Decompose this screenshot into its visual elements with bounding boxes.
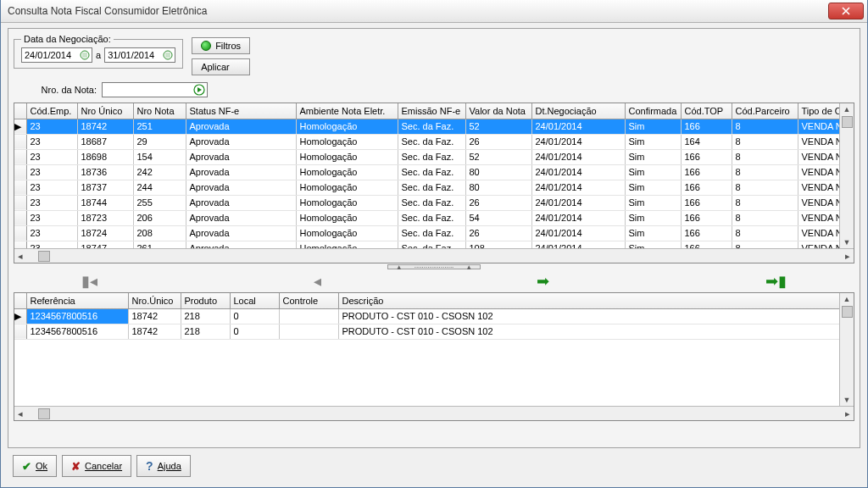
horizontal-scrollbar[interactable]: ◂ ▸ bbox=[14, 248, 854, 263]
cell[interactable]: Sec. da Faz. bbox=[398, 210, 465, 225]
cell[interactable]: Homologação bbox=[296, 134, 398, 149]
cell[interactable]: Aprovada bbox=[186, 210, 296, 225]
cell[interactable]: 154 bbox=[133, 149, 186, 164]
column-header[interactable]: Descrição bbox=[338, 293, 854, 308]
cell[interactable]: PRODUTO - CST 010 - CSOSN 102 bbox=[338, 308, 854, 324]
cell[interactable]: Sec. da Faz. bbox=[398, 134, 465, 149]
cell[interactable]: 218 bbox=[181, 308, 230, 324]
cell[interactable]: Sec. da Faz. bbox=[398, 225, 465, 241]
go-icon[interactable] bbox=[192, 84, 207, 96]
cell[interactable]: 8 bbox=[732, 241, 798, 248]
column-header[interactable]: Controle bbox=[279, 293, 338, 308]
cell[interactable]: 166 bbox=[681, 195, 732, 210]
cell[interactable]: 8 bbox=[732, 210, 798, 225]
cell[interactable]: Aprovada bbox=[186, 180, 296, 195]
cell[interactable]: 80 bbox=[465, 164, 531, 180]
table-row[interactable]: 2318736242AprovadaHomologaçãoSec. da Faz… bbox=[14, 164, 854, 180]
cell[interactable]: Aprovada bbox=[186, 164, 296, 180]
cell[interactable]: 23 bbox=[26, 180, 77, 195]
date-to-field[interactable] bbox=[104, 47, 175, 63]
cell[interactable]: 18687 bbox=[77, 134, 133, 149]
cell[interactable]: 29 bbox=[133, 134, 186, 149]
cell[interactable]: Sec. da Faz. bbox=[398, 164, 465, 180]
cell[interactable]: 24/01/2014 bbox=[531, 195, 625, 210]
scroll-up-icon[interactable]: ▲ bbox=[843, 293, 851, 305]
cell[interactable]: 8 bbox=[732, 134, 798, 149]
cell[interactable] bbox=[279, 324, 338, 339]
cell[interactable]: 166 bbox=[681, 225, 732, 241]
column-header[interactable]: Ambiente Nota Eletr. bbox=[296, 103, 398, 119]
cell[interactable]: Sim bbox=[625, 210, 681, 225]
cell[interactable]: 8 bbox=[732, 180, 798, 195]
cell[interactable]: 24/01/2014 bbox=[531, 210, 625, 225]
cell[interactable]: 18747 bbox=[77, 241, 133, 248]
splitter[interactable]: ▲·····················▲ bbox=[14, 263, 854, 270]
cell[interactable]: 24/01/2014 bbox=[531, 164, 625, 180]
nav-next-icon[interactable]: ➡ bbox=[537, 274, 549, 289]
cell[interactable]: 166 bbox=[681, 241, 732, 248]
column-header[interactable]: Cód.TOP bbox=[681, 103, 732, 119]
cell[interactable]: 166 bbox=[681, 180, 732, 195]
cell[interactable]: Sim bbox=[625, 241, 681, 248]
scroll-thumb[interactable] bbox=[842, 306, 853, 318]
cell[interactable]: 18742 bbox=[128, 308, 181, 324]
cell[interactable]: 23 bbox=[26, 119, 77, 134]
column-header[interactable]: Nro Único bbox=[77, 103, 133, 119]
date-from-input[interactable] bbox=[22, 48, 78, 62]
column-header[interactable]: Cód.Emp. bbox=[26, 103, 77, 119]
column-header[interactable]: Emissão NF-e bbox=[398, 103, 465, 119]
cell[interactable]: 26 bbox=[465, 195, 531, 210]
cell[interactable]: Homologação bbox=[296, 180, 398, 195]
cell[interactable]: Sim bbox=[625, 134, 681, 149]
calendar-icon[interactable] bbox=[161, 48, 175, 62]
cell[interactable]: 24/01/2014 bbox=[531, 119, 625, 134]
cell[interactable]: 244 bbox=[133, 180, 186, 195]
cell[interactable]: Homologação bbox=[296, 241, 398, 248]
cell[interactable]: 23 bbox=[26, 134, 77, 149]
titlebar[interactable]: Consulta Nota Fiscal Consumidor Eletrôni… bbox=[1, 0, 867, 23]
ajuda-button[interactable]: ? Ajuda bbox=[136, 455, 191, 477]
cell[interactable]: Homologação bbox=[296, 164, 398, 180]
cell[interactable]: PRODUTO - CST 010 - CSOSN 102 bbox=[338, 324, 854, 339]
cell[interactable]: Aprovada bbox=[186, 241, 296, 248]
cell[interactable]: 18723 bbox=[77, 210, 133, 225]
cell[interactable]: 26 bbox=[465, 134, 531, 149]
cell[interactable]: 24/01/2014 bbox=[531, 180, 625, 195]
cell[interactable]: 208 bbox=[133, 225, 186, 241]
cell[interactable]: 23 bbox=[26, 210, 77, 225]
cell[interactable]: 108 bbox=[465, 241, 531, 248]
filtros-button[interactable]: Filtros bbox=[192, 37, 250, 54]
column-header[interactable]: Dt.Negociação bbox=[531, 103, 625, 119]
cell[interactable]: 166 bbox=[681, 164, 732, 180]
column-header[interactable]: Nro Nota bbox=[133, 103, 186, 119]
vertical-scrollbar[interactable]: ▲ ▼ bbox=[839, 293, 854, 406]
cell[interactable]: 1234567800516 bbox=[26, 324, 128, 339]
table-row[interactable]: 2318744255AprovadaHomologaçãoSec. da Faz… bbox=[14, 195, 854, 210]
cell[interactable]: 164 bbox=[681, 134, 732, 149]
date-from-field[interactable] bbox=[21, 47, 92, 63]
cell[interactable]: Homologação bbox=[296, 119, 398, 134]
cell[interactable]: 18744 bbox=[77, 195, 133, 210]
cell[interactable]: 23 bbox=[26, 164, 77, 180]
cell[interactable]: 242 bbox=[133, 164, 186, 180]
ok-button[interactable]: ✔ Ok bbox=[13, 455, 57, 477]
hscroll-thumb[interactable] bbox=[38, 408, 50, 419]
cell[interactable]: 24/01/2014 bbox=[531, 241, 625, 248]
cell[interactable]: 52 bbox=[465, 149, 531, 164]
cell[interactable]: Sec. da Faz. bbox=[398, 180, 465, 195]
nav-prev-icon[interactable]: ◂ bbox=[314, 274, 321, 289]
cell[interactable]: Homologação bbox=[296, 149, 398, 164]
cell[interactable]: 80 bbox=[465, 180, 531, 195]
cell[interactable]: 23 bbox=[26, 195, 77, 210]
cell[interactable]: 18736 bbox=[77, 164, 133, 180]
scroll-thumb[interactable] bbox=[842, 116, 853, 128]
column-header[interactable]: Status NF-e bbox=[186, 103, 296, 119]
cell[interactable]: 8 bbox=[732, 149, 798, 164]
cell[interactable]: 8 bbox=[732, 225, 798, 241]
cell[interactable]: 166 bbox=[681, 149, 732, 164]
cell[interactable]: Sec. da Faz. bbox=[398, 149, 465, 164]
cell[interactable] bbox=[279, 308, 338, 324]
cell[interactable]: 23 bbox=[26, 225, 77, 241]
table-row[interactable]: 2318724208AprovadaHomologaçãoSec. da Faz… bbox=[14, 225, 854, 241]
cell[interactable]: 24/01/2014 bbox=[531, 149, 625, 164]
